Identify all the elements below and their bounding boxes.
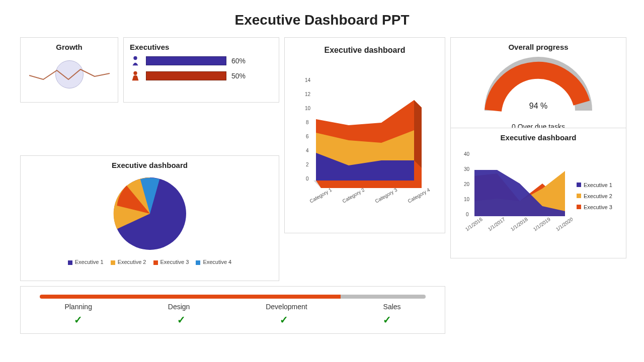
svg-text:1/1/2016: 1/1/2016 xyxy=(464,216,484,232)
pie-card: Executive dashboard Executive 1 Executiv… xyxy=(20,155,279,281)
svg-text:1/1/2018: 1/1/2018 xyxy=(510,216,529,232)
area2-card: Executive dashboard 01020 3040 1/1/2016 … xyxy=(450,128,626,258)
area2-legend-2: Executive 2 xyxy=(577,193,612,199)
svg-text:4: 4 xyxy=(306,148,309,153)
svg-text:0: 0 xyxy=(306,176,309,182)
y-axis-ticks: 024 6810 1214 xyxy=(305,77,311,182)
legend-exec2: Executive 2 xyxy=(111,259,146,265)
page-title: Executive Dashboard PPT xyxy=(0,0,644,37)
x-axis-ticks: Category 1 Category 2 Category 3 Categor… xyxy=(309,187,431,204)
svg-text:1/1/2020: 1/1/2020 xyxy=(555,216,573,232)
gauge-value: 94 % xyxy=(529,102,547,111)
exec-pct-female: 60% xyxy=(231,57,246,65)
legend-exec4: Executive 4 xyxy=(196,259,231,265)
svg-text:Category 4: Category 4 xyxy=(407,187,431,204)
svg-text:2: 2 xyxy=(306,162,309,167)
svg-text:14: 14 xyxy=(305,77,311,83)
svg-text:Category 2: Category 2 xyxy=(342,187,366,204)
svg-text:20: 20 xyxy=(464,182,470,187)
gauge-title: Overall progress xyxy=(457,43,620,51)
phase-planning: Planning xyxy=(64,303,92,311)
phase-sales: Sales xyxy=(383,303,401,311)
growth-title: Growth xyxy=(27,43,112,51)
check-icon: ✓ xyxy=(280,314,288,326)
pie-chart xyxy=(110,173,190,254)
svg-text:Category 1: Category 1 xyxy=(309,187,333,204)
pie-legend: Executive 1 Executive 2 Executive 3 Exec… xyxy=(68,259,232,265)
phase-design: Design xyxy=(168,303,190,311)
area2-title: Executive dashboard xyxy=(457,133,620,142)
area3d-side xyxy=(414,100,422,168)
svg-text:1/1/2017: 1/1/2017 xyxy=(487,216,507,232)
area2-chart: 01020 3040 1/1/2016 1/1/2017 1/1/2018 1/… xyxy=(457,146,573,246)
svg-text:1/1/2019: 1/1/2019 xyxy=(532,216,552,232)
area2-legend: Executive 1 Executive 2 Executive 3 xyxy=(577,146,612,246)
check-icon: ✓ xyxy=(74,314,83,326)
exec-pct-male: 50% xyxy=(231,72,246,80)
check-icon: ✓ xyxy=(383,314,391,326)
phases-card: Planning Design Development Sales ✓ ✓ ✓ … xyxy=(20,286,445,334)
svg-point-1 xyxy=(133,71,137,75)
female-icon xyxy=(130,55,141,66)
exec-row-male: 50% xyxy=(130,70,273,81)
area2-legend-3: Executive 3 xyxy=(577,204,612,210)
pie-title: Executive dashboard xyxy=(27,161,273,169)
phase-development: Development xyxy=(266,303,307,311)
exec-bar-male xyxy=(146,71,226,80)
svg-point-0 xyxy=(133,56,137,60)
svg-text:40: 40 xyxy=(464,151,470,157)
svg-text:10: 10 xyxy=(464,197,470,202)
svg-text:Category 3: Category 3 xyxy=(374,187,398,204)
exec-row-female: 60% xyxy=(130,55,273,66)
growth-sparkline xyxy=(27,55,112,93)
phase-labels: Planning Design Development Sales xyxy=(27,303,439,311)
svg-text:12: 12 xyxy=(305,92,311,97)
phase-checks: ✓ ✓ ✓ ✓ xyxy=(27,314,439,326)
svg-text:10: 10 xyxy=(305,106,311,111)
area2-xticks: 1/1/2016 1/1/2017 1/1/2018 1/1/2019 1/1/… xyxy=(464,216,573,232)
growth-card: Growth xyxy=(20,37,118,103)
exec-bar-female xyxy=(146,56,226,65)
svg-text:0: 0 xyxy=(466,212,469,217)
check-icon: ✓ xyxy=(177,314,186,326)
area2-yticks: 01020 3040 xyxy=(464,151,470,217)
area3d-title: Executive dashboard xyxy=(291,46,439,55)
executives-title: Executives xyxy=(130,43,273,51)
svg-text:8: 8 xyxy=(306,120,309,125)
legend-exec1: Executive 1 xyxy=(68,259,104,265)
area3d-chart: 024 6810 1214 Category 1 Category 2 Cate… xyxy=(291,65,437,221)
area3d-card: Executive dashboard 024 6810 1214 Catego… xyxy=(284,37,445,233)
phase-progress-bar xyxy=(40,295,426,299)
executives-card: Executives 60% 50% xyxy=(123,37,279,103)
svg-text:30: 30 xyxy=(464,166,470,172)
male-icon xyxy=(130,70,141,81)
area2-legend-1: Executive 1 xyxy=(577,182,612,188)
spark-line-icon xyxy=(29,59,110,89)
dashboard-grid: Growth Executives 60% 50% Executive dash… xyxy=(0,37,644,334)
svg-text:6: 6 xyxy=(306,134,309,139)
legend-exec3: Executive 3 xyxy=(153,259,189,265)
